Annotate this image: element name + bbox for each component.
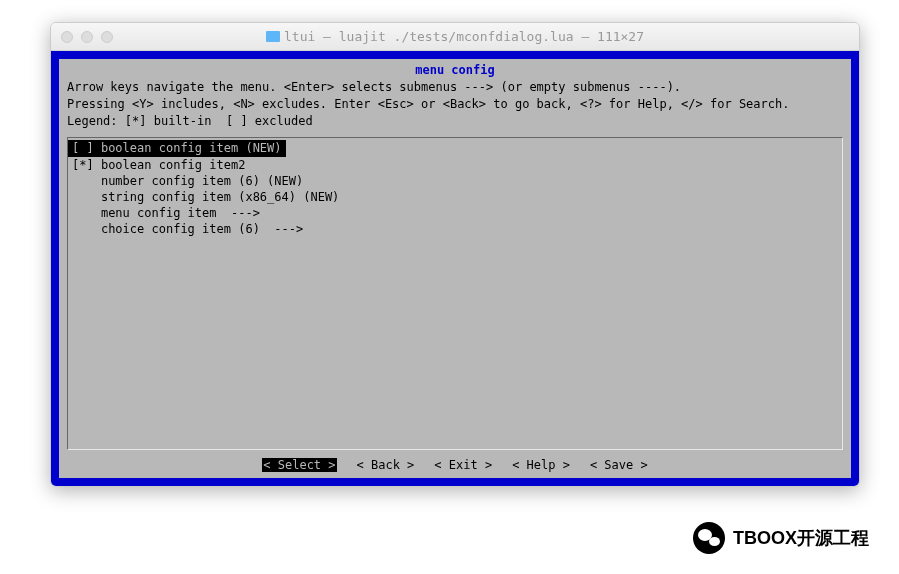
watermark-text: TBOOX开源工程 [733,526,869,550]
menu-prefix [72,174,94,188]
menu-item-2[interactable]: number config item (6) (NEW) [68,173,842,189]
watermark: TBOOX开源工程 [693,522,869,554]
help-button[interactable]: < Help > [512,458,570,472]
menu-label: boolean config item2 [101,158,246,172]
menu-prefix [72,206,94,220]
menu-label: string config item (x86_64) (NEW) [101,190,339,204]
terminal-window: ltui — luajit ./tests/mconfdialog.lua — … [50,22,860,487]
window-title: ltui — luajit ./tests/mconfdialog.lua — … [51,29,859,44]
menu-item-5[interactable]: choice config item (6) ---> [68,221,842,237]
window-titlebar: ltui — luajit ./tests/mconfdialog.lua — … [51,23,859,51]
menu-label: menu config item ---> [101,206,260,220]
menu-area: [ ] boolean config item (NEW) [*] boolea… [67,137,843,450]
menu-prefix [72,190,94,204]
traffic-lights [51,31,113,43]
menu-label: choice config item (6) ---> [101,222,303,236]
minimize-button[interactable] [81,31,93,43]
menu-label: number config item (6) (NEW) [101,174,303,188]
folder-icon [266,31,280,42]
menu-item-1[interactable]: [*] boolean config item2 [68,157,842,173]
menu-prefix: [*] [72,158,94,172]
close-button[interactable] [61,31,73,43]
menu-item-0[interactable]: [ ] boolean config item (NEW) [68,140,842,156]
back-button[interactable]: < Back > [357,458,415,472]
wechat-icon [693,522,725,554]
menu-prefix: [ ] [72,141,94,155]
menu-item-3[interactable]: string config item (x86_64) (NEW) [68,189,842,205]
menu-prefix [72,222,94,236]
save-button[interactable]: < Save > [590,458,648,472]
maximize-button[interactable] [101,31,113,43]
select-button[interactable]: < Select > [262,458,336,472]
menu-label: boolean config item (NEW) [101,141,282,155]
button-bar: < Select > < Back > < Exit > < Help > < … [65,450,845,476]
window-title-text: ltui — luajit ./tests/mconfdialog.lua — … [284,29,644,44]
exit-button[interactable]: < Exit > [434,458,492,472]
dialog-box: menu config Arrow keys navigate the menu… [59,59,851,478]
menu-item-4[interactable]: menu config item ---> [68,205,842,221]
terminal-content: menu config Arrow keys navigate the menu… [51,51,859,486]
help-text: Arrow keys navigate the menu. <Enter> se… [65,79,845,137]
dialog-title: menu config [65,61,845,79]
